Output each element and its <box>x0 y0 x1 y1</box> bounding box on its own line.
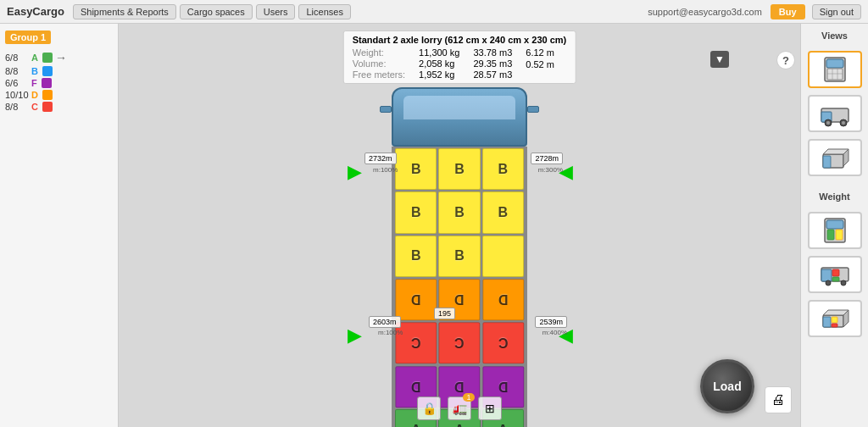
truck-side-svg <box>820 100 850 127</box>
load-button[interactable]: Load <box>700 359 754 413</box>
cargo-grid: BBBBBBBBDDDCCCDDDAAA <box>393 147 526 427</box>
cargo-color-1 <box>42 66 53 76</box>
nav-shipments[interactable]: Shipments & Reports <box>73 4 176 19</box>
stat-vol1: 33.78 m3 <box>473 47 512 58</box>
cargo-box-r3-c2: D <box>482 279 524 320</box>
dim-top-right-value: 2728m <box>535 154 559 163</box>
print-button[interactable]: 🖨 <box>765 386 792 413</box>
cargo-box-r4-c2: C <box>482 322 524 363</box>
lorry-title: Standart 2 axle lorry (612 cm x 240 cm x… <box>353 35 567 45</box>
cargo-item-list: 6/8 A → 8/8 B 6/6 F 10/10 D 8/8 C <box>5 51 113 112</box>
signout-button[interactable]: Sign out <box>812 4 861 19</box>
svg-point-11 <box>842 121 845 125</box>
weight-side-svg <box>820 261 850 288</box>
grid-tool-wrap: ⊞ <box>478 396 502 420</box>
dim-mid-right-value: 2539m <box>539 318 563 326</box>
cargo-count-4: 8/8 <box>5 102 29 112</box>
cargo-letter-2: F <box>31 78 37 88</box>
nav-licenses[interactable]: Licenses <box>298 4 350 19</box>
cargo-box-r2-c0: B <box>395 236 437 277</box>
dim-sub-top-left: m:100% <box>373 166 398 174</box>
dim-label-mid-left: 2603m <box>369 316 401 328</box>
top-navigation: EasyCargo Shipments & Reports Cargo spac… <box>0 0 868 24</box>
cargo-box-r1-c1: B <box>438 191 480 233</box>
cargo-count-1: 8/8 <box>5 66 29 76</box>
nav-cargo-spaces[interactable]: Cargo spaces <box>180 4 253 19</box>
svg-rect-15 <box>823 156 831 168</box>
cargo-item-2: 6/6 F <box>5 78 113 88</box>
lock-tool[interactable]: 🔒 <box>417 396 441 420</box>
cargo-box-r2-c2 <box>482 236 524 277</box>
svg-rect-17 <box>826 220 843 229</box>
svg-rect-22 <box>832 269 839 276</box>
svg-rect-2 <box>827 69 843 80</box>
weight-side-icon[interactable] <box>808 256 862 293</box>
main-viewport[interactable]: Standart 2 axle lorry (612 cm x 240 cm x… <box>119 24 800 427</box>
nav-users[interactable]: Users <box>256 4 296 19</box>
svg-point-24 <box>826 280 831 286</box>
cargo-item-0: 6/8 A → <box>5 51 113 64</box>
svg-rect-21 <box>821 269 832 281</box>
mirror-left <box>380 106 392 113</box>
weight-label: Weight: <box>353 47 384 58</box>
dim-195-label: 195 <box>434 308 455 319</box>
cargo-letter-3: D <box>31 90 38 100</box>
arrow-right-icon-1: ▶ <box>348 161 362 183</box>
views-label: Views <box>806 30 863 41</box>
stat-free1: 6.12 m <box>526 47 554 58</box>
cargo-box-r1-c0: B <box>395 191 437 233</box>
stat-weight3: 1,952 kg <box>419 69 454 80</box>
cargo-count-3: 10/10 <box>5 90 29 100</box>
truck-top-svg <box>820 56 850 83</box>
cargo-arrow-icon-0[interactable]: → <box>55 51 67 64</box>
main-layout: Group 1 6/8 A → 8/8 B 6/6 F 10/10 D 8/8 … <box>0 24 868 427</box>
cargo-item-4: 8/8 C <box>5 102 113 112</box>
cargo-badge: 1 <box>463 393 475 402</box>
svg-rect-29 <box>823 317 831 327</box>
brand-logo: EasyCargo <box>7 5 64 18</box>
weight-3d-icon[interactable] <box>808 300 862 337</box>
group-label: Group 1 <box>5 30 51 44</box>
dim-mid-left-value: 2603m <box>373 318 397 326</box>
buy-button[interactable]: Buy <box>771 4 805 19</box>
cargo-item-1: 8/8 B <box>5 66 113 76</box>
cargo-count-2: 6/6 <box>5 78 29 88</box>
bottom-toolbar: 🔒 🚛 1 ⊞ <box>417 396 502 420</box>
svg-rect-18 <box>827 230 834 240</box>
cargo-box-r0-c0: B <box>395 148 437 190</box>
lorry-info-panel: Standart 2 axle lorry (612 cm x 240 cm x… <box>343 30 576 84</box>
cargo-bed: BBBBBBBBDDDCCCDDDAAA <box>392 147 527 427</box>
cargo-box-r3-c0: D <box>395 279 437 320</box>
view-3d-icon[interactable] <box>808 139 862 176</box>
stat-vol3: 28.57 m3 <box>473 69 512 80</box>
cargo-color-4 <box>42 102 53 112</box>
cargo-letter-0: A <box>31 53 38 63</box>
stat-vol2: 29.35 m3 <box>473 58 512 69</box>
cargo-box-r4-c1: C <box>438 322 480 363</box>
stat-free3: 0.52 m <box>526 59 554 69</box>
svg-rect-31 <box>832 324 837 327</box>
help-button[interactable]: ? <box>776 51 795 69</box>
weight-top-icon[interactable] <box>808 212 862 249</box>
svg-rect-23 <box>832 277 839 281</box>
weight-top-svg <box>820 217 850 244</box>
dim-arrow-top-left: ▶ <box>348 161 362 183</box>
view-top-icon[interactable] <box>808 51 862 88</box>
cargo-box-r0-c2: B <box>482 148 524 190</box>
truck-3d-svg <box>820 144 850 171</box>
right-panel: Views <box>800 24 868 427</box>
cargo-color-0 <box>42 53 53 63</box>
cargo-letter-4: C <box>31 102 38 112</box>
grid-tool[interactable]: ⊞ <box>478 396 502 420</box>
svg-rect-1 <box>826 59 843 68</box>
dim-label-mid-right: 2539m <box>535 316 567 328</box>
dim-sub-mid-left: m:100% <box>378 329 403 336</box>
dim-sub-top-right: m:300% <box>538 166 563 174</box>
view-side-icon[interactable] <box>808 95 862 132</box>
dropdown-arrow[interactable]: ▼ <box>710 51 729 68</box>
cargo-box-r1-c2: B <box>482 191 524 233</box>
dim-sub-mid-right: m:400% <box>542 329 567 336</box>
svg-point-10 <box>826 121 830 125</box>
stat-weight1: 11,300 kg <box>419 47 459 58</box>
left-sidebar: Group 1 6/8 A → 8/8 B 6/6 F 10/10 D 8/8 … <box>0 24 119 427</box>
